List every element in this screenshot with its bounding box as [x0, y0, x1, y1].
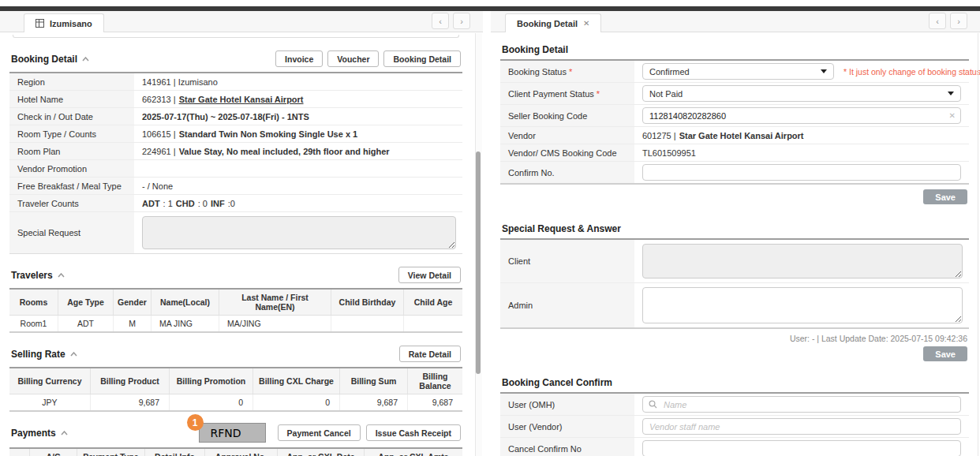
save-button[interactable]: Save: [923, 346, 967, 361]
search-icon: [649, 400, 657, 409]
invoice-button[interactable]: Invoice: [275, 50, 323, 67]
table-row: Hotel Name 662313 | Star Gate Hotel Kans…: [9, 91, 462, 108]
client-request-textarea: [642, 244, 963, 278]
room-type-value: Standard Twin Non Smoking Single Use x 1: [179, 129, 358, 139]
prev-tab-button[interactable]: ‹: [929, 13, 946, 29]
col-header: Payment Type: [77, 449, 145, 456]
special-request-textarea: [142, 216, 456, 249]
traveler-counts-value: ADT: 1 CHD: 0 INF:0: [134, 195, 462, 211]
tab-booking-detail[interactable]: Booking Detail ✕: [505, 13, 601, 32]
cancel-confirm-no-input[interactable]: [642, 440, 961, 456]
user-vendor-label: User (Vendor): [500, 416, 634, 437]
table-row: Cancel Confirm No: [500, 438, 969, 456]
payment-cancel-button[interactable]: Payment Cancel: [278, 424, 361, 441]
page-title-booking-detail: Booking Detail: [502, 44, 967, 55]
clear-icon[interactable]: ✕: [949, 111, 956, 120]
selling-header-row: Billing Currency Billing Product Billing…: [9, 368, 462, 394]
confirm-no-label: Confirm No.: [500, 162, 634, 183]
collapse-icon[interactable]: [70, 352, 77, 357]
table-row: User (Vendor): [500, 416, 969, 438]
chevron-right-icon: ›: [460, 17, 463, 26]
user-vendor-input[interactable]: [642, 418, 961, 435]
right-panel: Booking Detail ✕ ‹ › Booking Detail Book…: [491, 11, 980, 456]
left-scrollbar-track[interactable]: [475, 33, 482, 456]
room-type-label: Room Type / Counts: [9, 125, 134, 142]
section-title-special-request: Special Request & Answer: [502, 223, 967, 234]
cell-billing-sum: 9,687: [340, 394, 408, 410]
col-header: Detail Info: [145, 449, 205, 456]
room-plan-code: 224961 |: [142, 147, 176, 156]
col-header: Rooms: [9, 290, 58, 315]
next-tab-button[interactable]: ›: [453, 13, 470, 29]
cancel-confirm-no-label: Cancel Confirm No: [500, 438, 634, 456]
dates-value: 2025-07-17(Thu) ~ 2025-07-18(Fri) - 1NTS: [134, 108, 462, 125]
section-title-text: Booking Detail: [11, 54, 77, 65]
inf-label: INF: [211, 199, 225, 208]
next-tab-button[interactable]: ›: [950, 13, 967, 29]
travelers-table: Rooms Age Type Gender Name(Local) Last N…: [9, 288, 462, 333]
collapse-icon[interactable]: [82, 57, 89, 62]
confirm-no-input[interactable]: [642, 164, 961, 181]
grid-icon: [36, 19, 44, 28]
chevron-right-icon: ›: [957, 17, 960, 26]
selected-value: Confirmed: [649, 67, 690, 77]
chd-value: : 0: [198, 199, 208, 208]
user-omh-input[interactable]: [642, 396, 961, 413]
rate-detail-button[interactable]: Rate Detail: [399, 346, 461, 362]
section-title-travelers: Travelers: [11, 270, 65, 281]
table-row: Booking Status * Confirmed * It just onl…: [500, 61, 969, 83]
col-header: A/C: [30, 449, 77, 456]
breakfast-label: Free Breakfast / Meal Type: [9, 178, 134, 194]
view-detail-button[interactable]: View Detail: [398, 267, 461, 283]
close-icon[interactable]: ✕: [583, 19, 589, 28]
room-type-code: 106615 |: [142, 129, 176, 139]
col-header: Billing CXL Charge: [253, 368, 340, 394]
table-row: Client: [500, 240, 969, 283]
vendor-promotion-label: Vendor Promotion: [9, 160, 134, 177]
admin-request-textarea[interactable]: [642, 287, 963, 323]
col-header: Child Age: [404, 290, 462, 315]
table-row: Check in / Out Date 2025-07-17(Thu) ~ 20…: [9, 108, 462, 125]
table-row: Confirm No.: [500, 162, 969, 183]
col-header: Approval No.: [205, 449, 278, 456]
room-plan-value: Value Stay, No meal included, 29th floor…: [179, 147, 390, 156]
right-scrollbar-track: [978, 33, 978, 456]
client-payment-status-select[interactable]: Not Paid: [642, 85, 961, 102]
vendor-label: Vendor: [500, 127, 634, 144]
vendor-promotion-value: [134, 160, 462, 177]
issue-cash-receipt-button[interactable]: Issue Cash Receipt: [366, 424, 461, 441]
col-header: Billing Product: [91, 368, 170, 394]
section-title-selling-rate: Selling Rate: [11, 349, 77, 360]
left-scrollbar-thumb[interactable]: [476, 151, 481, 374]
cell-billing-cxl: 0: [253, 394, 340, 410]
collapse-icon[interactable]: [58, 273, 65, 278]
tab-izumisano[interactable]: Izumisano: [24, 13, 104, 32]
collapse-icon[interactable]: [61, 431, 68, 435]
travelers-header-row: Rooms Age Type Gender Name(Local) Last N…: [9, 290, 462, 316]
table-row: Special Request: [9, 212, 462, 253]
table-row: Traveler Counts ADT: 1 CHD: 0 INF:0: [9, 195, 462, 212]
table-row: Client Payment Status * Not Paid: [500, 83, 969, 105]
traveler-counts-label: Traveler Counts: [9, 195, 134, 211]
booking-status-label: Booking Status: [508, 67, 567, 77]
col-header: Last Name / First Name(EN): [219, 290, 331, 315]
booking-detail-button[interactable]: Booking Detail: [383, 50, 461, 67]
table-row: User (OMH): [500, 394, 969, 416]
payments-table: A/C Payment Type Detail Info Approval No…: [9, 447, 462, 456]
rfnd-button[interactable]: RFND: [199, 423, 266, 443]
col-header: Name(Local): [151, 290, 219, 315]
voucher-button[interactable]: Voucher: [327, 50, 379, 67]
col-header: Billing Balance: [408, 368, 462, 394]
booking-status-select[interactable]: Confirmed: [642, 63, 834, 80]
client-label: Client: [500, 240, 634, 282]
save-button[interactable]: Save: [923, 189, 967, 204]
table-row: Free Breakfast / Meal Type - / None: [9, 178, 462, 195]
col-header: Billing Promotion: [170, 368, 253, 394]
seller-booking-code-input[interactable]: [642, 107, 961, 124]
hotel-name-link[interactable]: Star Gate Hotel Kansai Airport: [179, 95, 304, 104]
cms-booking-code-value: TL601509951: [634, 144, 969, 161]
table-row: Vendor 601275 | Star Gate Hotel Kansai A…: [500, 127, 969, 144]
inf-value: :0: [228, 199, 235, 208]
prev-tab-button[interactable]: ‹: [432, 13, 449, 29]
table-row: Seller Booking Code ✕: [500, 105, 969, 127]
